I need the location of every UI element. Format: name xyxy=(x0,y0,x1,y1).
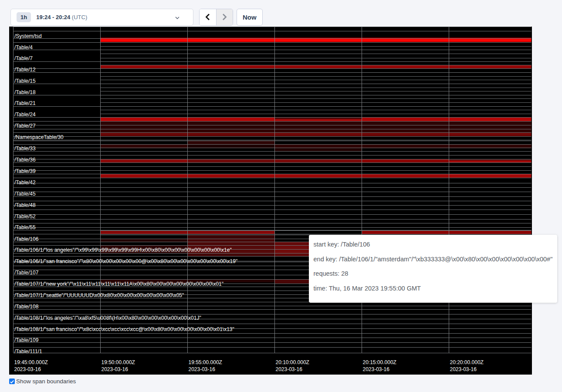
svg-text:/Table/111/1: /Table/111/1 xyxy=(14,348,42,355)
svg-text:/Table/4: /Table/4 xyxy=(14,44,33,51)
svg-text:/Table/33: /Table/33 xyxy=(14,145,36,152)
svg-text:20:20:00.000Z: 20:20:00.000Z xyxy=(450,359,484,365)
svg-text:19:45:00.000Z: 19:45:00.000Z xyxy=(14,359,48,365)
svg-text:20:10:00.000Z: 20:10:00.000Z xyxy=(276,359,309,365)
svg-text:/Table/42: /Table/42 xyxy=(14,179,36,186)
svg-text:/Table/109: /Table/109 xyxy=(14,337,39,343)
svg-text:/Table/108: /Table/108 xyxy=(14,304,39,310)
svg-text:/Table/15: /Table/15 xyxy=(14,78,36,84)
svg-text:/Table/18: /Table/18 xyxy=(14,89,36,95)
svg-text:/Table/55: /Table/55 xyxy=(14,224,36,230)
svg-text:/NamespaceTable/30: /NamespaceTable/30 xyxy=(14,134,64,140)
svg-text:/Table/52: /Table/52 xyxy=(14,213,36,220)
svg-text:/Table/106/1/"san francisco"/": /Table/106/1/"san francisco"/"\x80\x00\x… xyxy=(14,258,237,264)
svg-text:2023-03-16: 2023-03-16 xyxy=(14,366,41,372)
svg-text:/Table/107/1/"new york"/"\x11\: /Table/107/1/"new york"/"\x11\x11\x11\x1… xyxy=(14,281,223,287)
svg-text:/Table/107: /Table/107 xyxy=(14,270,39,276)
svg-text:20:15:00.000Z: 20:15:00.000Z xyxy=(363,359,396,365)
svg-text:/Table/7: /Table/7 xyxy=(14,55,33,61)
svg-text:2023-03-16: 2023-03-16 xyxy=(189,366,216,372)
svg-text:2023-03-16: 2023-03-16 xyxy=(450,366,477,372)
svg-text:/Table/21: /Table/21 xyxy=(14,100,36,106)
svg-text:/Table/36: /Table/36 xyxy=(14,157,36,163)
svg-text:/Table/107/1/"seattle"/"UUUUUU: /Table/107/1/"seattle"/"UUUUUUD\x00\x80\… xyxy=(14,292,184,298)
svg-text:/Table/24: /Table/24 xyxy=(14,112,36,118)
svg-text:/System/tsd: /System/tsd xyxy=(14,33,42,39)
svg-text:/Table/106/1/"los angeles"/"\x: /Table/106/1/"los angeles"/"\x99\x99\x99… xyxy=(14,247,232,253)
svg-text:/Table/39: /Table/39 xyxy=(14,168,36,174)
svg-text:/Table/45: /Table/45 xyxy=(14,191,36,197)
svg-text:/Table/27: /Table/27 xyxy=(14,123,36,129)
svg-text:/Table/12: /Table/12 xyxy=(14,67,36,73)
svg-text:19:55:00.000Z: 19:55:00.000Z xyxy=(189,359,222,365)
svg-text:/Table/106: /Table/106 xyxy=(14,236,39,242)
svg-text:2023-03-16: 2023-03-16 xyxy=(102,366,129,372)
svg-text:2023-03-16: 2023-03-16 xyxy=(276,366,303,372)
svg-text:19:50:00.000Z: 19:50:00.000Z xyxy=(102,359,135,365)
svg-text:/Table/48: /Table/48 xyxy=(14,202,36,208)
svg-text:/Table/108/1/"los angeles"/"\x: /Table/108/1/"los angeles"/"\xa8\xf5\u00… xyxy=(14,315,201,321)
svg-text:/Table/108/1/"san francisco"/": /Table/108/1/"san francisco"/"\x8c\xcc\x… xyxy=(14,326,234,332)
svg-text:2023-03-16: 2023-03-16 xyxy=(363,366,390,372)
